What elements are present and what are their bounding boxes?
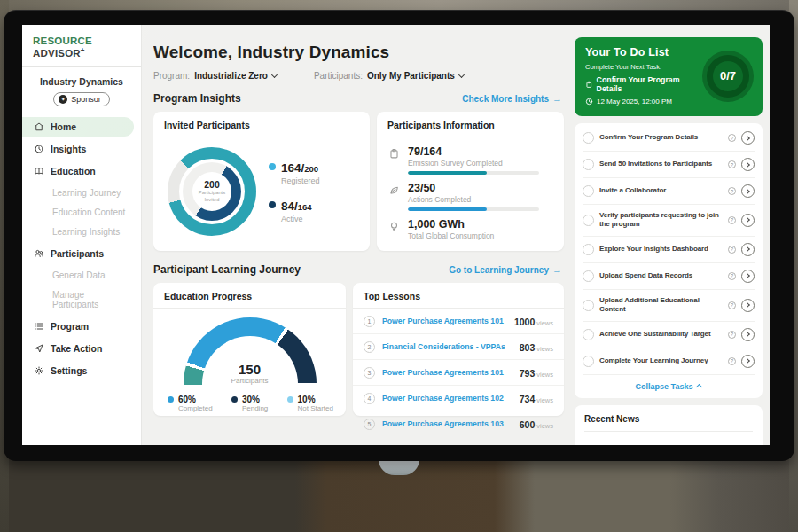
sidebar-item-take-action[interactable]: Take Action xyxy=(22,339,134,358)
sidebar-item-home[interactable]: Home xyxy=(22,117,134,137)
gauge-center-value: 150 xyxy=(184,362,317,377)
task-checkbox[interactable] xyxy=(583,300,594,311)
task-checkbox[interactable] xyxy=(583,132,594,144)
chevron-right-icon xyxy=(745,246,750,252)
help-icon[interactable]: ? xyxy=(728,331,736,339)
task-open-button[interactable] xyxy=(741,184,755,198)
help-icon[interactable]: ? xyxy=(728,246,736,254)
sidebar-item-learning-journey[interactable]: Learning Journey xyxy=(22,184,134,202)
lesson-row[interactable]: 4 Power Purchase Agreements 102 734views xyxy=(353,386,564,411)
sidebar-item-manage-participants[interactable]: Manage Participants xyxy=(22,286,134,314)
progress-bar xyxy=(408,171,539,175)
participants-icon xyxy=(34,248,44,259)
task-checkbox[interactable] xyxy=(583,329,594,340)
task-label[interactable]: Explore Your Insights Dashboard xyxy=(599,245,723,254)
sidebar-item-education-content[interactable]: Education Content xyxy=(22,203,134,222)
todo-progress-badge: 0/7 xyxy=(702,51,754,102)
chevron-right-icon xyxy=(745,136,750,141)
task-checkbox[interactable] xyxy=(583,215,594,226)
sidebar: RESOURCE ADVISOR+ Industry Dynamics ✦ Sp… xyxy=(22,25,142,445)
task-open-button[interactable] xyxy=(741,299,755,312)
lesson-views: 1000 xyxy=(514,317,535,327)
recent-news-title: Recent News xyxy=(584,414,753,432)
card-title: Invited Participants xyxy=(153,112,370,137)
task-label[interactable]: Verify participants requesting to join t… xyxy=(599,211,723,230)
task-row: Invite a Collaborator ? xyxy=(583,178,755,205)
help-icon[interactable]: ? xyxy=(728,301,736,309)
lesson-row[interactable]: 5 Power Purchase Agreements 103 600views xyxy=(353,411,564,436)
task-open-button[interactable] xyxy=(741,355,755,368)
task-label[interactable]: Upload Spend Data Records xyxy=(599,271,723,280)
check-more-insights-link[interactable]: Check More Insights → xyxy=(462,93,562,104)
legend-completed: 60% Completed xyxy=(168,395,213,412)
survey-icon xyxy=(388,148,400,160)
legend-label: Registered xyxy=(281,176,320,185)
lesson-title-link[interactable]: Power Purchase Agreements 101 xyxy=(382,368,512,377)
program-dropdown[interactable]: Program: Industrialize Zero xyxy=(153,71,277,81)
task-open-button[interactable] xyxy=(741,270,755,283)
sidebar-item-label: Learning Insights xyxy=(52,227,120,237)
task-row: Upload Spend Data Records ? xyxy=(583,263,755,290)
sidebar-item-insights[interactable]: Insights xyxy=(22,139,134,159)
task-open-button[interactable] xyxy=(741,158,755,171)
legend-pct: 10% xyxy=(298,395,333,404)
program-insights-header: Program Insights Check More Insights → xyxy=(153,92,562,105)
sidebar-item-label: Education xyxy=(51,166,96,176)
lesson-title-link[interactable]: Financial Considerations - VPPAs xyxy=(382,342,512,351)
lesson-rank: 1 xyxy=(364,316,375,327)
lesson-row[interactable]: 3 Power Purchase Agreements 101 793views xyxy=(353,360,564,386)
task-label[interactable]: Send 50 Invitations to Participants xyxy=(599,160,723,168)
sidebar-item-general-data[interactable]: General Data xyxy=(22,266,134,285)
participants-dropdown[interactable]: Participants: Only My Participants xyxy=(314,71,464,81)
sidebar-item-settings[interactable]: Settings xyxy=(22,361,134,380)
lesson-title-link[interactable]: Power Purchase Agreements 103 xyxy=(382,419,512,428)
task-checkbox[interactable] xyxy=(583,244,594,255)
lesson-title-link[interactable]: Power Purchase Agreements 102 xyxy=(382,394,512,403)
task-checkbox[interactable] xyxy=(583,356,594,367)
lesson-row[interactable]: 2 Financial Considerations - VPPAs 803vi… xyxy=(353,334,564,360)
help-icon[interactable]: ? xyxy=(728,160,736,168)
go-to-learning-journey-link[interactable]: Go to Learning Journey → xyxy=(449,264,562,275)
task-label[interactable]: Confirm Your Program Details xyxy=(599,133,723,142)
help-icon[interactable]: ? xyxy=(728,357,736,365)
legend-value: 164/ xyxy=(281,161,304,175)
task-label[interactable]: Achieve One Sustainability Target xyxy=(599,330,723,339)
gauge-center-label: Participants xyxy=(184,377,317,385)
help-icon[interactable]: ? xyxy=(728,272,736,280)
help-icon[interactable]: ? xyxy=(728,187,736,195)
task-checkbox[interactable] xyxy=(583,185,594,197)
help-icon[interactable]: ? xyxy=(728,134,736,142)
sidebar-item-label: Insights xyxy=(51,144,86,154)
recent-news-card: Recent News xyxy=(575,405,763,445)
lesson-views: 793 xyxy=(520,368,536,379)
task-label[interactable]: Invite a Collaborator xyxy=(599,186,723,195)
task-checkbox[interactable] xyxy=(583,159,594,170)
insights-cards-row: Invited Participants 200 Participants In… xyxy=(153,112,564,251)
todo-task-list: Confirm Your Program Details ? Send 50 I… xyxy=(583,125,755,375)
lesson-title-link[interactable]: Power Purchase Agreements 101 xyxy=(382,317,507,325)
task-label[interactable]: Complete Your Learning Journey xyxy=(599,356,723,365)
lesson-rank: 3 xyxy=(364,367,375,379)
sidebar-item-participants[interactable]: Participants xyxy=(22,244,134,263)
sidebar-item-education[interactable]: Education xyxy=(22,161,134,181)
task-open-button[interactable] xyxy=(741,328,755,341)
task-checkbox[interactable] xyxy=(583,270,594,282)
legend-label: Not Started xyxy=(298,404,333,412)
task-row: Complete Your Learning Journey ? xyxy=(583,348,755,375)
lesson-views-label: views xyxy=(536,319,553,327)
help-icon[interactable]: ? xyxy=(728,216,736,224)
participants-label: Participants: xyxy=(314,71,363,81)
legend-total: 200 xyxy=(304,164,318,174)
legend-dot xyxy=(168,396,174,403)
logo-plus: + xyxy=(81,46,85,54)
lesson-row[interactable]: 1 Power Purchase Agreements 101 1000view… xyxy=(353,309,564,334)
task-open-button[interactable] xyxy=(741,214,755,227)
task-open-button[interactable] xyxy=(741,131,755,145)
collapse-tasks-link[interactable]: Collapse Tasks xyxy=(583,375,755,395)
legend-label: Completed xyxy=(178,404,213,412)
sidebar-item-learning-insights[interactable]: Learning Insights xyxy=(22,223,134,241)
task-label[interactable]: Upload Additional Educational Content xyxy=(599,296,723,315)
task-open-button[interactable] xyxy=(741,243,755,256)
sidebar-item-program[interactable]: Program xyxy=(22,317,134,336)
legend-dot xyxy=(231,396,238,403)
